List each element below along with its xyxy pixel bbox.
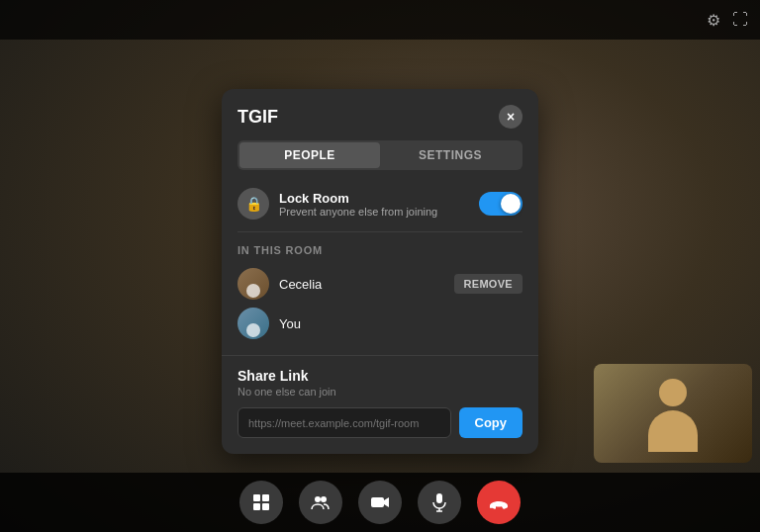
expand-icon[interactable]: ⛶ <box>732 11 748 29</box>
participant-row-cecelia: Cecelia REMOVE <box>238 264 522 304</box>
share-link-sublabel: No one else can join <box>238 386 522 398</box>
room-modal: TGIF × PEOPLE SETTINGS 🔒 Lock Room Preve… <box>222 89 538 454</box>
tab-settings[interactable]: SETTINGS <box>380 142 521 168</box>
in-this-room-label: IN THIS ROOM <box>238 244 522 256</box>
camera-button[interactable] <box>358 481 402 524</box>
self-head <box>659 379 687 406</box>
svg-rect-6 <box>371 497 384 507</box>
modal-tabs: PEOPLE SETTINGS <box>238 140 522 170</box>
self-video-thumbnail <box>594 364 752 463</box>
svg-point-4 <box>315 496 321 502</box>
end-call-button[interactable] <box>477 481 521 524</box>
avatar-you <box>238 308 269 339</box>
mic-button[interactable] <box>418 481 461 524</box>
lock-label: Lock Room <box>279 191 469 206</box>
svg-point-5 <box>321 496 327 502</box>
participant-row-you: You <box>238 304 522 343</box>
svg-rect-1 <box>262 494 269 501</box>
modal-close-button[interactable]: × <box>499 105 522 129</box>
modal-title: TGIF <box>238 107 278 128</box>
modal-people-content: 🔒 Lock Room Prevent anyone else from joi… <box>222 170 538 355</box>
lock-sublabel: Prevent anyone else from joining <box>279 206 469 218</box>
svg-rect-2 <box>253 503 260 510</box>
svg-rect-7 <box>436 493 442 503</box>
svg-rect-0 <box>253 494 260 501</box>
avatar-cecelia <box>238 268 269 300</box>
participant-name-you: You <box>279 316 522 331</box>
lock-room-toggle[interactable] <box>479 192 522 216</box>
share-link-title: Share Link <box>238 368 522 384</box>
modal-header: TGIF × <box>222 89 538 129</box>
remove-cecelia-button[interactable]: REMOVE <box>454 274 522 294</box>
avatar-head <box>246 284 260 298</box>
self-video-feed <box>594 364 752 463</box>
self-body <box>648 410 698 452</box>
participants-button[interactable] <box>299 481 342 524</box>
toggle-thumb <box>501 194 521 214</box>
participant-name-cecelia: Cecelia <box>279 277 444 292</box>
share-link-input[interactable] <box>238 407 451 438</box>
lock-text: Lock Room Prevent anyone else from joini… <box>279 191 469 218</box>
settings-icon[interactable]: ⚙ <box>707 11 720 30</box>
avatar-head-you <box>246 323 260 337</box>
top-bar: ⚙ ⛶ <box>0 0 760 40</box>
layout-button[interactable] <box>239 481 283 524</box>
svg-rect-3 <box>262 503 269 510</box>
copy-link-button[interactable]: Copy <box>459 407 523 438</box>
lock-icon: 🔒 <box>238 188 269 220</box>
tab-people[interactable]: PEOPLE <box>239 142 380 168</box>
bottom-bar <box>0 473 760 532</box>
share-input-row: Copy <box>238 407 522 438</box>
lock-room-row: 🔒 Lock Room Prevent anyone else from joi… <box>238 182 522 232</box>
share-link-section: Share Link No one else can join Copy <box>222 355 538 454</box>
self-person <box>643 379 703 448</box>
